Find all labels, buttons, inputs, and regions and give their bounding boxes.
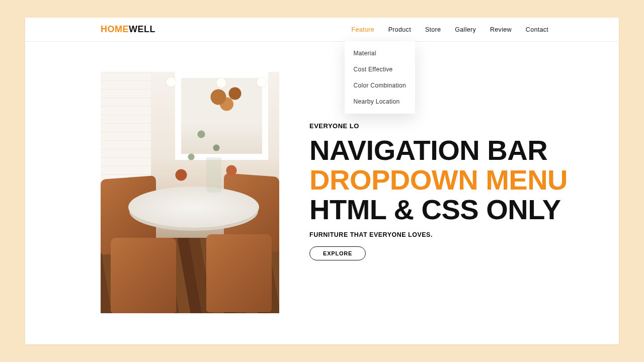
- nav-link-product[interactable]: Product: [388, 18, 411, 41]
- nav-link-review[interactable]: Review: [490, 18, 512, 41]
- dropdown-feature: Material Cost Effective Color Combinatio…: [345, 41, 415, 114]
- nav-link-contact[interactable]: Contact: [526, 18, 548, 41]
- nav-link-store[interactable]: Store: [425, 18, 441, 41]
- navbar: HOMEWELL Feature Material Cost Effective…: [25, 18, 619, 42]
- logo-part-2: WELL: [129, 24, 155, 34]
- dropdown-item-material[interactable]: Material: [345, 45, 415, 61]
- nav-item-feature: Feature Material Cost Effective Color Co…: [352, 18, 374, 41]
- dropdown-item-color-combination[interactable]: Color Combination: [345, 77, 415, 94]
- nav-link-gallery[interactable]: Gallery: [455, 18, 476, 41]
- nav-links: Feature Material Cost Effective Color Co…: [352, 18, 548, 41]
- logo[interactable]: HOMEWELL: [101, 24, 155, 35]
- headline-line-2: DROPDOWN MENU: [309, 165, 619, 195]
- eyebrow-text: EVERYONE LO: [309, 122, 619, 130]
- headline-line-3: HTML & CSS ONLY: [309, 195, 619, 225]
- hero-section: EVERYONE LO NAVIGATION BAR DROPDOWN MENU…: [25, 42, 619, 313]
- logo-part-1: HOME: [101, 24, 129, 34]
- hero-image: [101, 72, 279, 313]
- explore-button[interactable]: EXPLORE: [309, 246, 366, 260]
- dropdown-item-cost-effective[interactable]: Cost Effective: [345, 61, 415, 77]
- headline: NAVIGATION BAR DROPDOWN MENU HTML & CSS …: [309, 136, 619, 224]
- tagline: FURNITURE THAT EVERYONE LOVES.: [309, 231, 619, 238]
- headline-line-1: NAVIGATION BAR: [309, 136, 619, 165]
- page: HOMEWELL Feature Material Cost Effective…: [25, 18, 619, 344]
- nav-link-feature[interactable]: Feature: [352, 18, 374, 41]
- dropdown-item-nearby-location[interactable]: Nearby Location: [345, 94, 415, 110]
